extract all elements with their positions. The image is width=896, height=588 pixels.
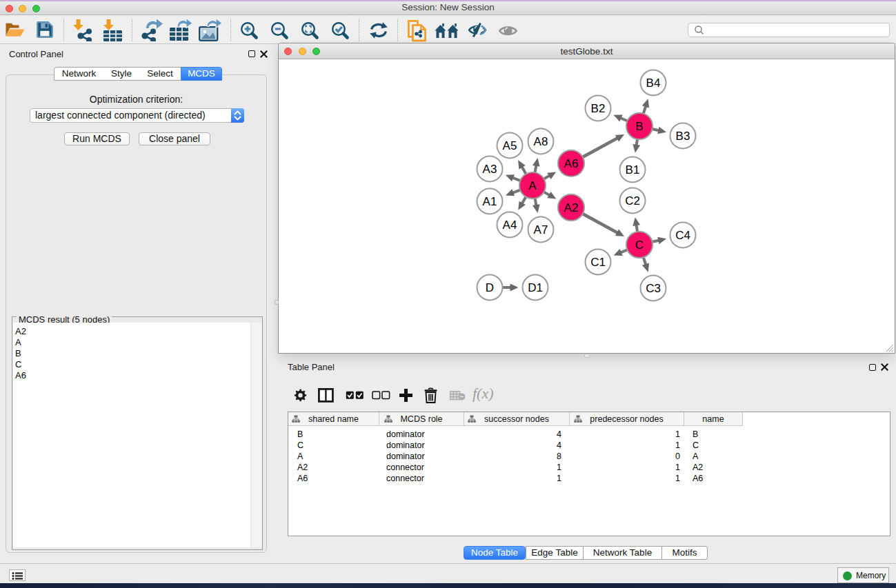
svg-text:A6: A6 <box>564 157 579 170</box>
svg-text:C: C <box>635 239 644 252</box>
svg-text:D1: D1 <box>528 281 543 294</box>
svg-text:A8: A8 <box>534 135 548 148</box>
svg-text:A2: A2 <box>564 201 579 214</box>
svg-text:B1: B1 <box>626 163 640 176</box>
svg-text:A1: A1 <box>483 195 497 208</box>
svg-text:A7: A7 <box>534 223 548 236</box>
svg-text:A: A <box>528 179 537 192</box>
svg-text:A5: A5 <box>503 139 517 152</box>
svg-text:A4: A4 <box>503 219 517 232</box>
svg-text:C3: C3 <box>646 282 661 295</box>
svg-text:B4: B4 <box>646 77 661 90</box>
svg-text:C4: C4 <box>675 229 690 242</box>
svg-text:B2: B2 <box>591 102 606 115</box>
svg-text:A3: A3 <box>483 163 497 176</box>
svg-text:B: B <box>635 120 643 133</box>
svg-text:B3: B3 <box>676 130 690 143</box>
svg-text:C2: C2 <box>625 194 640 207</box>
svg-text:C1: C1 <box>590 256 606 269</box>
svg-text:D: D <box>486 281 494 294</box>
